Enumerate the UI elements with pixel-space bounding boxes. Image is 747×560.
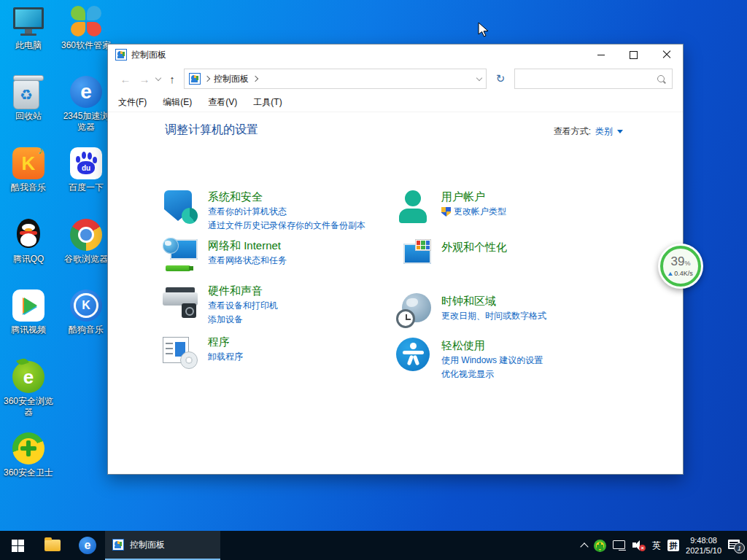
link-file-history-backup[interactable]: 通过文件历史记录保存你的文件备份副本 (208, 219, 365, 233)
up-button[interactable]: ↑ (165, 73, 179, 85)
link-uninstall-program[interactable]: 卸载程序 (208, 350, 243, 364)
maximize-icon (630, 51, 638, 59)
view-by-value[interactable]: 类别 (595, 125, 613, 138)
network-internet-icon[interactable] (163, 238, 198, 273)
action-center-button[interactable]: 1 (728, 539, 743, 552)
system-security-icon[interactable] (163, 189, 198, 224)
desktop-icon-this-pc[interactable]: 此电脑 (0, 4, 57, 51)
breadcrumb[interactable]: 控制面板 (214, 73, 249, 85)
desktop-icon-360-safe[interactable]: 360安全卫士 (0, 432, 57, 478)
desktop-icon-label: 2345加速浏 览器 (63, 111, 109, 133)
maximize-button[interactable] (617, 44, 650, 65)
close-icon (662, 50, 671, 59)
programs-icon[interactable] (163, 334, 198, 369)
desktop-icon-2345-browser[interactable]: e 2345加速浏 览器 (58, 75, 115, 133)
category-programs: 程序 卸载程序 (163, 334, 396, 369)
search-icon (657, 74, 666, 84)
hardware-sound-icon[interactable] (163, 283, 198, 318)
search-input[interactable] (521, 73, 657, 85)
menu-file[interactable]: 文件(F) (118, 96, 147, 109)
ime-pinyin-indicator[interactable]: 拼 (667, 540, 679, 551)
minimize-button[interactable] (584, 44, 617, 65)
taskbar-task-control-panel[interactable]: 控制面板 (105, 531, 220, 560)
category-title-user-accounts[interactable]: 用户帐户 (441, 189, 506, 205)
window-content: 调整计算机的设置 查看方式: 类别 系统和安全 查看你的计算机状态 通过文件历史… (108, 112, 683, 475)
desktop-icon-tencent-video[interactable]: 腾讯视频 (0, 289, 57, 335)
view-by-dropdown-icon[interactable] (617, 130, 623, 133)
desktop-icon-label: 谷歌浏览器 (64, 254, 108, 265)
address-dropdown-icon[interactable] (476, 74, 482, 80)
link-devices-printers[interactable]: 查看设备和打印机 (208, 299, 278, 313)
desktop-icon-recycle-bin[interactable]: ♻ 回收站 (0, 75, 57, 122)
category-title-clock-region[interactable]: 时钟和区域 (441, 293, 546, 309)
task-label: 控制面板 (130, 539, 165, 551)
category-title-system-security[interactable]: 系统和安全 (208, 189, 365, 205)
address-bar[interactable]: 控制面板 (184, 69, 487, 89)
minimize-icon (597, 55, 605, 55)
navigation-toolbar: ← → ↑ 控制面板 ↻ (108, 65, 683, 93)
forward-button[interactable]: → (137, 73, 152, 85)
breadcrumb-chevron-icon (204, 76, 210, 82)
chrome-icon (69, 218, 103, 252)
menu-view[interactable]: 查看(V) (208, 96, 237, 109)
desktop-icon-label: 此电脑 (15, 40, 42, 51)
refresh-button[interactable]: ↻ (491, 72, 510, 85)
category-user-accounts: 用户帐户 更改帐户类型 (396, 189, 644, 224)
volume-muted-icon[interactable]: × (632, 540, 646, 551)
menu-bar: 文件(F) 编辑(E) 查看(V) 工具(T) (108, 93, 683, 112)
desktop-icon-qq[interactable]: 腾讯QQ (0, 218, 57, 265)
network-icon[interactable] (613, 540, 626, 551)
breadcrumb-chevron-icon[interactable] (252, 76, 258, 82)
language-indicator[interactable]: 英 (652, 540, 661, 552)
link-change-date-time[interactable]: 更改日期、时间或数字格式 (441, 309, 546, 323)
history-dropdown-icon[interactable] (155, 74, 161, 80)
clock-region-icon[interactable] (396, 293, 431, 328)
category-title-network-internet[interactable]: 网络和 Internet (208, 238, 287, 254)
category-appearance: 外观和个性化 (396, 239, 644, 274)
360-float-ball[interactable]: 39% 0.4K/s (658, 244, 703, 289)
tray-expand-icon[interactable] (580, 542, 588, 551)
desktop-icon-label: 腾讯视频 (11, 324, 46, 335)
close-button[interactable] (650, 44, 683, 65)
link-change-account-type[interactable]: 更改帐户类型 (441, 205, 506, 219)
start-button[interactable] (0, 531, 35, 560)
window-titlebar[interactable]: 控制面板 (108, 44, 683, 65)
category-network-internet: 网络和 Internet 查看网络状态和任务 (163, 238, 396, 273)
file-explorer-button[interactable] (35, 531, 70, 560)
desktop-icon-baidu[interactable]: du 百度一下 (58, 147, 115, 193)
desktop-icon-kuwo[interactable]: K♪ 酷我音乐 (0, 147, 57, 193)
category-title-programs[interactable]: 程序 (208, 334, 243, 350)
desktop-icon-label: 360软件管家 (61, 40, 111, 51)
taskbar-clock[interactable]: 9:48:08 2021/5/10 (686, 535, 721, 556)
menu-edit[interactable]: 编辑(E) (163, 96, 192, 109)
ease-of-access-icon[interactable] (396, 338, 431, 373)
desktop-icon-kugou[interactable]: K 酷狗音乐 (58, 289, 115, 335)
user-accounts-icon[interactable] (396, 189, 431, 224)
address-control-panel-icon (189, 73, 201, 85)
desktop-icon-360-manager[interactable]: 360软件管家 (58, 4, 115, 51)
folder-icon (44, 540, 61, 551)
tray-360-icon[interactable] (594, 540, 606, 552)
link-optimize-visual[interactable]: 优化视觉显示 (441, 368, 543, 381)
link-network-status[interactable]: 查看网络状态和任务 (208, 254, 287, 268)
link-add-device[interactable]: 添加设备 (208, 313, 278, 327)
link-suggested-settings[interactable]: 使用 Windows 建议的设置 (441, 354, 543, 368)
desktop-icon-360-browser[interactable]: e 360安全浏览 器 (0, 360, 57, 418)
menu-tools[interactable]: 工具(T) (253, 96, 282, 109)
uac-shield-icon (441, 207, 451, 217)
browser-taskbar-button[interactable]: e (70, 531, 105, 560)
desktop-icon-chrome[interactable]: 谷歌浏览器 (58, 218, 115, 265)
link-computer-status[interactable]: 查看你的计算机状态 (208, 205, 365, 219)
category-title-appearance[interactable]: 外观和个性化 (441, 239, 507, 255)
search-box[interactable] (514, 69, 673, 89)
desktop-icon-label: 回收站 (15, 111, 42, 122)
category-title-hardware-sound[interactable]: 硬件和声音 (208, 283, 278, 299)
category-title-ease-of-access[interactable]: 轻松使用 (441, 338, 543, 354)
system-tray: × 英 拼 9:48:08 2021/5/10 1 (581, 531, 747, 560)
appearance-personalization-icon[interactable] (396, 239, 431, 274)
tencent-qq-icon (12, 218, 45, 252)
control-panel-icon (112, 539, 124, 551)
back-button[interactable]: ← (118, 73, 133, 85)
tencent-video-icon (12, 289, 45, 322)
clock-date: 2021/5/10 (686, 545, 721, 556)
